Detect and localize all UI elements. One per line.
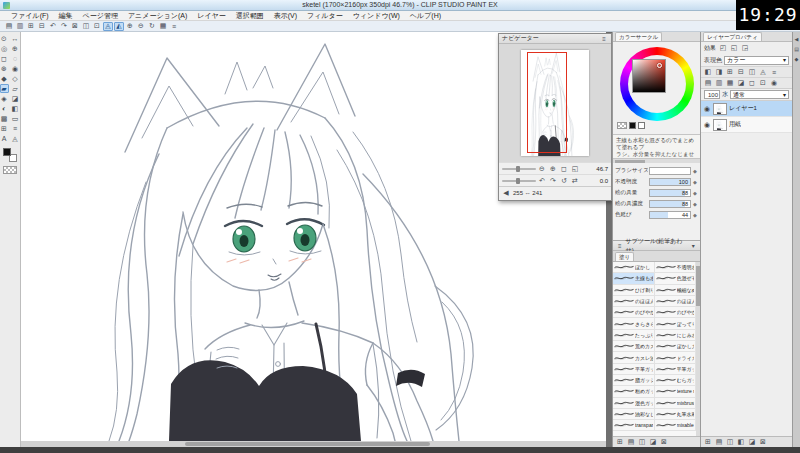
decoration-tool-icon[interactable]: ◈ xyxy=(0,94,9,103)
param-slider[interactable]: 100 xyxy=(649,178,691,186)
menu-item[interactable]: 選択範囲 xyxy=(231,11,269,21)
ruler-layer-icon[interactable]: ◬ xyxy=(758,68,768,77)
dock-panel-icon[interactable]: ▤ xyxy=(793,45,800,52)
menu-item[interactable]: レイヤー xyxy=(192,11,231,21)
panel-menu-icon[interactable]: ≡ xyxy=(600,35,608,43)
layer-item[interactable]: ◉ レイヤー1 xyxy=(701,101,792,117)
brush-item[interactable]: 極細なめらか水彩 xyxy=(655,285,697,296)
brush-item[interactable]: mixbrush round xyxy=(655,398,697,409)
airbrush-tool-icon[interactable]: ▱ xyxy=(11,84,20,93)
fit-to-window-icon[interactable]: ◱ xyxy=(570,164,580,173)
layer-menu-icon[interactable]: ≡ xyxy=(769,68,779,77)
new-folder-icon[interactable]: ▦ xyxy=(725,79,735,88)
save-all-icon[interactable]: ⊟ xyxy=(37,22,47,31)
layer-opacity-field[interactable]: 100 xyxy=(704,90,720,99)
undo-icon[interactable]: ↶ xyxy=(48,22,58,31)
reset-rotation-icon[interactable]: ↺ xyxy=(559,176,569,185)
menu-item[interactable]: 編集 xyxy=(54,11,78,21)
menu-item[interactable]: ファイル(F) xyxy=(6,11,54,21)
lasso-tool-icon[interactable]: ◌ xyxy=(11,54,20,63)
copy-icon[interactable]: ◫ xyxy=(81,22,91,31)
frame-tool-icon[interactable]: ⊞ xyxy=(0,124,9,133)
new-raster-layer-icon[interactable]: ▤ xyxy=(703,79,713,88)
brush-item[interactable]: 不透明水彩(つ) xyxy=(655,262,697,273)
layer-visibility-icon[interactable]: ◉ xyxy=(769,79,779,88)
eraser-toggle-icon[interactable]: ◪ xyxy=(648,438,658,447)
new-vector-layer-icon[interactable]: ▥ xyxy=(714,79,724,88)
reference-layer-icon[interactable]: ◫ xyxy=(747,68,757,77)
zoom-out-icon[interactable]: ⊖ xyxy=(537,164,547,173)
param-slider[interactable] xyxy=(649,167,691,175)
color-cursor[interactable] xyxy=(657,63,662,68)
param-indicator-icon[interactable]: ◆ xyxy=(692,212,698,218)
blend-tool-icon[interactable]: ◐ xyxy=(0,104,9,113)
brush-item[interactable]: にじみ水彩 xyxy=(655,330,697,341)
dock-expand-icon[interactable]: ◀ xyxy=(793,35,800,42)
layer-visibility-icon[interactable]: ◉ xyxy=(703,121,711,129)
rotate-left-icon[interactable]: ↶ xyxy=(537,176,547,185)
new-group-icon[interactable]: ▤ xyxy=(626,438,636,447)
correction-tool-icon[interactable]: ◬ xyxy=(11,134,20,143)
duplicate-subtool-icon[interactable]: ◫ xyxy=(637,438,647,447)
title-bar[interactable]: sketel (1700×2160px 350dpi 46.7%) - CLIP… xyxy=(0,0,800,11)
brush-item[interactable]: 平筆ガッシュ太 xyxy=(655,364,697,375)
speaker-icon[interactable]: ◀ xyxy=(502,188,510,197)
tab-paint-group[interactable]: 塗り xyxy=(615,252,634,261)
navigator-thumbnail-area[interactable] xyxy=(499,44,611,162)
zoom-in-icon[interactable]: ⊕ xyxy=(548,164,558,173)
tool-property-scrollbar[interactable] xyxy=(613,158,700,163)
rotate-view-icon[interactable]: ↻ xyxy=(147,22,157,31)
brush-item[interactable]: のほほん水彩 xyxy=(613,296,655,307)
delete-layer-icon[interactable]: ⊠ xyxy=(758,438,768,447)
brush-item[interactable]: texture round xyxy=(655,386,697,397)
brush-item[interactable]: 平筆ガッシュ細 xyxy=(613,364,655,375)
brush-item[interactable]: のほほん丸筆 xyxy=(655,296,697,307)
blend-mode-select[interactable]: 通常 ▾ xyxy=(730,90,789,99)
brush-item[interactable]: 油彩なじませ xyxy=(613,409,655,420)
expression-color-select[interactable]: カラー ▾ xyxy=(724,56,789,65)
lock-layer-icon[interactable]: ⊞ xyxy=(725,68,735,77)
brush-item[interactable]: 主線も水彩も混ざり xyxy=(613,273,655,284)
brush-item[interactable]: むらガッシュ xyxy=(655,375,697,386)
navigator-header[interactable]: ナビゲーター ≡ xyxy=(499,34,611,44)
selection-tool-icon[interactable]: ◻ xyxy=(0,54,9,63)
merge-layer-icon[interactable]: ⊡ xyxy=(758,79,768,88)
menu-item[interactable]: 表示(V) xyxy=(269,11,302,21)
scrollbar-thumb[interactable] xyxy=(185,442,431,446)
brush-item[interactable]: 粗めガッシュS xyxy=(613,386,655,397)
menu-item[interactable]: アニメーション(A) xyxy=(123,11,192,21)
clipping-icon[interactable]: ◨ xyxy=(714,68,724,77)
chevron-down-icon[interactable]: ▾ xyxy=(689,242,697,250)
magic-wand-tool-icon[interactable]: ⊛ xyxy=(0,64,9,73)
brush-item[interactable]: カスレ油彩 xyxy=(613,352,655,363)
saturation-value-square[interactable] xyxy=(632,59,666,93)
tab-color-circle[interactable]: カラーサークル xyxy=(615,32,662,41)
transfer-layer-icon[interactable]: ◪ xyxy=(736,79,746,88)
delete-subtool-icon[interactable]: ⊠ xyxy=(659,438,669,447)
param-indicator-icon[interactable]: ◆ xyxy=(692,190,698,196)
layer-mask-create-icon[interactable]: ◪ xyxy=(747,438,757,447)
hand-tool-icon[interactable]: ↔ xyxy=(11,34,20,43)
brush-item[interactable]: ひげ剃りハイライト xyxy=(613,285,655,296)
figure-tool-icon[interactable]: ▭ xyxy=(11,114,20,123)
color-swatches[interactable] xyxy=(0,146,20,164)
grid-icon[interactable]: ▦ xyxy=(158,22,168,31)
panel-menu-icon[interactable]: ≡ xyxy=(616,242,624,250)
text-tool-icon[interactable]: A xyxy=(0,134,9,143)
lock-alpha-icon[interactable]: ⊟ xyxy=(736,68,746,77)
layer-item[interactable]: ◉ 用紙 xyxy=(701,117,792,133)
menu-item[interactable]: ウィンドウ(W) xyxy=(348,11,405,21)
zoom-100-icon[interactable]: ◻ xyxy=(559,164,569,173)
transparent-swatch[interactable] xyxy=(617,122,627,129)
rotate-slider[interactable] xyxy=(502,180,536,182)
snap-ruler-icon[interactable]: ◬ xyxy=(103,22,113,31)
brush-item[interactable]: 荒めカスレ xyxy=(613,341,655,352)
tab-layer-property[interactable]: レイヤープロパティ xyxy=(703,32,762,41)
flip-horizontal-icon[interactable]: ⇄ xyxy=(570,176,580,185)
menu-item[interactable]: ヘルプ(H) xyxy=(405,11,446,21)
navigator-view-rect[interactable] xyxy=(527,52,567,153)
layer-move-tool-icon[interactable]: ⊕ xyxy=(11,44,20,53)
brush-item[interactable]: さらさら水彩 xyxy=(613,318,655,329)
layer-thumbnail[interactable] xyxy=(713,119,727,131)
param-indicator-icon[interactable]: ◆ xyxy=(692,179,698,185)
